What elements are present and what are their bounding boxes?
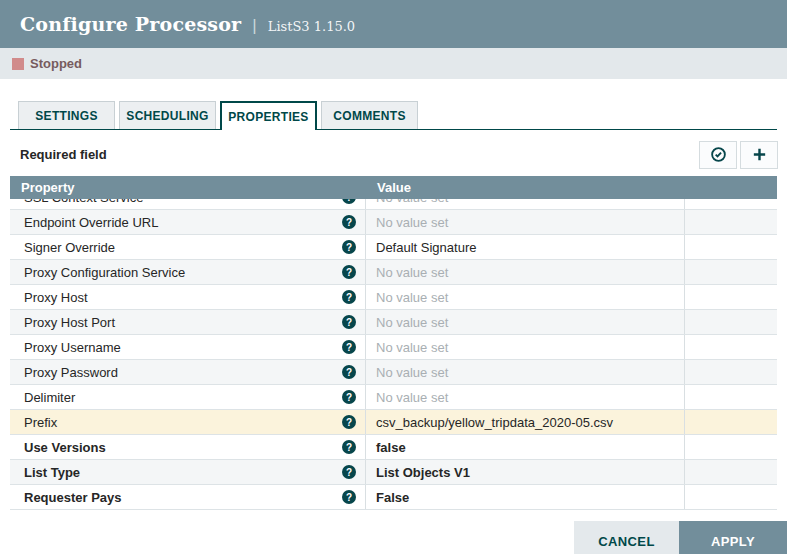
row-actions-cell xyxy=(685,310,777,334)
help-icon[interactable]: ? xyxy=(342,340,356,354)
property-value: Default Signature xyxy=(376,240,476,255)
tab-bar: SETTINGS SCHEDULING PROPERTIES COMMENTS xyxy=(10,101,777,130)
processor-type-version: ListS3 1.15.0 xyxy=(268,19,355,34)
help-icon[interactable]: ? xyxy=(342,415,356,429)
row-actions-cell xyxy=(685,335,777,359)
help-icon[interactable]: ? xyxy=(342,440,356,454)
property-value: No value set xyxy=(376,215,448,230)
tab-settings[interactable]: SETTINGS xyxy=(18,101,115,129)
verify-properties-button[interactable] xyxy=(699,141,737,169)
property-value: No value set xyxy=(376,315,448,330)
help-icon[interactable]: ? xyxy=(342,365,356,379)
apply-button[interactable]: APPLY xyxy=(679,521,787,554)
property-value: No value set xyxy=(376,265,448,280)
property-value: False xyxy=(376,490,409,505)
property-name: Proxy Password xyxy=(24,365,118,380)
row-actions-cell xyxy=(685,435,777,459)
property-value: List Objects V1 xyxy=(376,465,470,480)
tab-comments[interactable]: COMMENTS xyxy=(321,101,418,129)
table-row[interactable]: Proxy Configuration Service ? No value s… xyxy=(10,260,777,285)
property-name: Delimiter xyxy=(24,390,75,405)
property-name: Proxy Host Port xyxy=(24,315,115,330)
row-actions-cell xyxy=(685,199,777,209)
property-value: csv_backup/yellow_tripdata_2020-05.csv xyxy=(376,415,613,430)
row-actions-cell xyxy=(685,410,777,434)
property-value: No value set xyxy=(376,290,448,305)
table-row[interactable]: Use Versions ? false xyxy=(10,435,777,460)
properties-table-header: Property Value xyxy=(10,176,777,199)
property-name: Use Versions xyxy=(24,440,106,455)
tab-scheduling[interactable]: SCHEDULING xyxy=(119,101,216,129)
property-name: Proxy Username xyxy=(24,340,121,355)
row-actions-cell xyxy=(685,485,777,509)
help-icon[interactable]: ? xyxy=(342,215,356,229)
table-row[interactable]: Requester Pays ? False xyxy=(10,485,777,510)
row-actions-cell xyxy=(685,235,777,259)
help-icon[interactable]: ? xyxy=(342,390,356,404)
help-icon[interactable]: ? xyxy=(342,490,356,504)
row-actions-cell xyxy=(685,285,777,309)
required-field-label: Required field xyxy=(20,147,107,162)
help-icon[interactable]: ? xyxy=(342,290,356,304)
help-icon[interactable]: ? xyxy=(342,315,356,329)
stopped-status-icon xyxy=(12,58,24,70)
property-name: Proxy Host xyxy=(24,290,88,305)
property-name: Prefix xyxy=(24,415,57,430)
tab-label: COMMENTS xyxy=(333,109,405,123)
add-property-button[interactable] xyxy=(740,141,778,169)
table-row[interactable]: Delimiter ? No value set xyxy=(10,385,777,410)
column-header-property: Property xyxy=(10,180,366,195)
tab-properties[interactable]: PROPERTIES xyxy=(220,101,317,130)
check-circle-icon xyxy=(710,146,727,163)
table-row[interactable]: Prefix ? csv_backup/yellow_tripdata_2020… xyxy=(10,410,777,435)
property-value: No value set xyxy=(376,340,448,355)
table-row[interactable]: Proxy Username ? No value set xyxy=(10,335,777,360)
property-name: Proxy Configuration Service xyxy=(24,265,185,280)
property-value: No value set xyxy=(376,365,448,380)
dialog-title: Configure Processor xyxy=(20,13,241,35)
property-name: Endpoint Override URL xyxy=(24,215,158,230)
row-actions-cell xyxy=(685,210,777,234)
table-row[interactable]: Proxy Password ? No value set xyxy=(10,360,777,385)
help-icon[interactable]: ? xyxy=(342,240,356,254)
help-icon[interactable]: ? xyxy=(342,199,356,204)
tab-label: PROPERTIES xyxy=(228,110,308,124)
dialog-header: Configure Processor | ListS3 1.15.0 xyxy=(0,0,787,48)
properties-table-body: SSL Context Service ? No value set Endpo… xyxy=(10,199,777,510)
row-actions-cell xyxy=(685,360,777,384)
tab-label: SCHEDULING xyxy=(126,109,208,123)
plus-icon xyxy=(751,146,768,163)
configure-processor-dialog: Configure Processor | ListS3 1.15.0 Stop… xyxy=(0,0,787,554)
property-value: No value set xyxy=(376,390,448,405)
status-bar: Stopped xyxy=(0,48,787,79)
property-value: No value set xyxy=(376,199,448,205)
table-toolbar-row: Required field xyxy=(20,140,778,169)
property-name: SSL Context Service xyxy=(24,199,143,205)
column-header-value: Value xyxy=(366,180,685,195)
table-row[interactable]: SSL Context Service ? No value set xyxy=(10,199,777,210)
property-value: false xyxy=(376,440,406,455)
row-actions-cell xyxy=(685,385,777,409)
title-separator: | xyxy=(252,16,256,36)
table-row[interactable]: List Type ? List Objects V1 xyxy=(10,460,777,485)
row-actions-cell xyxy=(685,260,777,284)
help-icon[interactable]: ? xyxy=(342,465,356,479)
tab-label: SETTINGS xyxy=(35,109,97,123)
property-name: Signer Override xyxy=(24,240,115,255)
status-label: Stopped xyxy=(30,56,82,71)
table-row[interactable]: Proxy Host Port ? No value set xyxy=(10,310,777,335)
help-icon[interactable]: ? xyxy=(342,265,356,279)
table-row[interactable]: Proxy Host ? No value set xyxy=(10,285,777,310)
cancel-button[interactable]: CANCEL xyxy=(574,521,679,554)
row-actions-cell xyxy=(685,460,777,484)
property-name: Requester Pays xyxy=(24,490,122,505)
table-row[interactable]: Endpoint Override URL ? No value set xyxy=(10,210,777,235)
table-row[interactable]: Signer Override ? Default Signature xyxy=(10,235,777,260)
properties-table: Property Value SSL Context Service ? No … xyxy=(10,176,777,510)
properties-toolbar xyxy=(699,141,778,169)
property-name: List Type xyxy=(24,465,80,480)
